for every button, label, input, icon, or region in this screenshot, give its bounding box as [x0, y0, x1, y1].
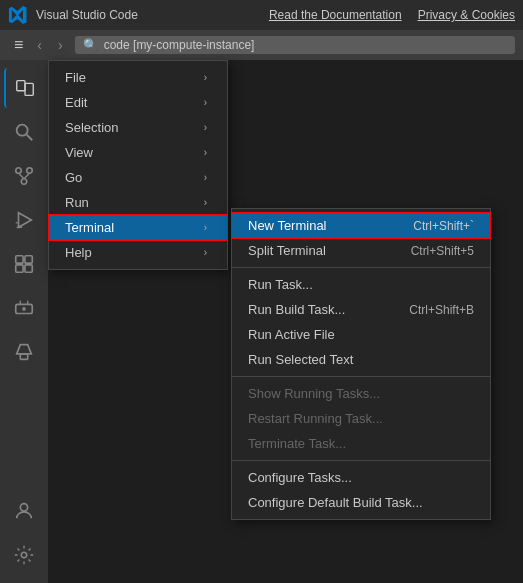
submenu-item-run-active-file[interactable]: Run Active File — [232, 322, 490, 347]
svg-line-7 — [19, 173, 25, 179]
extensions-icon — [13, 253, 35, 275]
run-active-file-label: Run Active File — [248, 327, 335, 342]
run-task-label: Run Task... — [248, 277, 313, 292]
menu-item-terminal-label: Terminal — [65, 220, 114, 235]
submenu-item-configure-tasks[interactable]: Configure Tasks... — [232, 465, 490, 490]
svg-marker-9 — [19, 213, 32, 228]
menu-item-help[interactable]: Help › — [49, 240, 227, 265]
menu-item-go-label: Go — [65, 170, 82, 185]
source-control-icon — [13, 165, 35, 187]
nav-back-button[interactable]: ‹ — [33, 35, 46, 55]
terminal-submenu: New Terminal Ctrl+Shift+` Split Terminal… — [231, 208, 491, 520]
svg-point-2 — [17, 125, 28, 136]
title-bar: Visual Studio Code Read the Documentatio… — [0, 0, 523, 30]
new-terminal-shortcut: Ctrl+Shift+` — [413, 219, 474, 233]
search-text: code [my-compute-instance] — [104, 38, 255, 52]
sidebar-icon-remote[interactable] — [4, 288, 44, 328]
run-build-task-label: Run Build Task... — [248, 302, 345, 317]
submenu-item-restart-running-task: Restart Running Task... — [232, 406, 490, 431]
svg-point-5 — [27, 168, 33, 174]
svg-point-19 — [22, 307, 26, 311]
submenu-item-run-task[interactable]: Run Task... — [232, 272, 490, 297]
svg-rect-14 — [16, 265, 23, 272]
accounts-icon — [13, 500, 35, 522]
chevron-right-icon: › — [204, 172, 207, 183]
submenu-item-new-terminal[interactable]: New Terminal Ctrl+Shift+` — [232, 213, 490, 238]
chevron-right-icon: › — [204, 247, 207, 258]
menu-item-selection-label: Selection — [65, 120, 118, 135]
menu-item-view[interactable]: View › — [49, 140, 227, 165]
svg-point-21 — [20, 504, 27, 511]
settings-icon — [13, 544, 35, 566]
run-selected-text-label: Run Selected Text — [248, 352, 353, 367]
chevron-right-icon: › — [204, 197, 207, 208]
configure-default-build-task-label: Configure Default Build Task... — [248, 495, 423, 510]
sidebar-icon-run[interactable] — [4, 200, 44, 240]
sidebar-icon-source-control[interactable] — [4, 156, 44, 196]
menu-bar: ≡ ‹ › 🔍 code [my-compute-instance] — [0, 30, 523, 60]
privacy-link[interactable]: Privacy & Cookies — [418, 8, 515, 22]
submenu-item-show-running-tasks: Show Running Tasks... — [232, 381, 490, 406]
sidebar-icon-explorer[interactable] — [4, 68, 44, 108]
search-box[interactable]: 🔍 code [my-compute-instance] — [75, 36, 515, 54]
new-terminal-label: New Terminal — [248, 218, 327, 233]
submenu-item-configure-default-build-task[interactable]: Configure Default Build Task... — [232, 490, 490, 515]
split-terminal-label: Split Terminal — [248, 243, 326, 258]
run-build-task-shortcut: Ctrl+Shift+B — [409, 303, 474, 317]
svg-rect-13 — [25, 256, 32, 263]
run-icon — [13, 209, 35, 231]
svg-point-4 — [16, 168, 22, 174]
menu-item-selection[interactable]: Selection › — [49, 115, 227, 140]
vscode-logo-icon — [8, 5, 28, 25]
submenu-item-split-terminal[interactable]: Split Terminal Ctrl+Shift+5 — [232, 238, 490, 263]
terminate-task-label: Terminate Task... — [248, 436, 346, 451]
menu-item-go[interactable]: Go › — [49, 165, 227, 190]
sidebar-icon-search[interactable] — [4, 112, 44, 152]
hamburger-button[interactable]: ≡ — [8, 33, 29, 57]
submenu-separator-2 — [232, 376, 490, 377]
nav-forward-button[interactable]: › — [54, 35, 67, 55]
menu-item-run[interactable]: Run › — [49, 190, 227, 215]
restart-running-task-label: Restart Running Task... — [248, 411, 383, 426]
configure-tasks-label: Configure Tasks... — [248, 470, 352, 485]
svg-rect-15 — [25, 265, 32, 272]
svg-rect-12 — [16, 256, 23, 263]
submenu-item-terminate-task: Terminate Task... — [232, 431, 490, 456]
svg-point-6 — [21, 179, 27, 185]
menu-item-terminal[interactable]: Terminal › — [49, 215, 227, 240]
address-bar: ‹ › 🔍 code [my-compute-instance] — [33, 35, 515, 55]
menu-item-file[interactable]: File › — [49, 65, 227, 90]
split-terminal-shortcut: Ctrl+Shift+5 — [411, 244, 474, 258]
explorer-icon — [14, 77, 36, 99]
submenu-item-run-selected-text[interactable]: Run Selected Text — [232, 347, 490, 372]
svg-rect-0 — [17, 81, 25, 91]
menu-item-help-label: Help — [65, 245, 92, 260]
search-icon — [13, 121, 35, 143]
menu-item-file-label: File — [65, 70, 86, 85]
submenu-separator-3 — [232, 460, 490, 461]
main-layout: File › Edit › Selection › View › Go › — [0, 60, 523, 583]
test-icon — [13, 341, 35, 363]
svg-point-22 — [21, 552, 27, 558]
read-docs-link[interactable]: Read the Documentation — [269, 8, 402, 22]
menu-item-edit[interactable]: Edit › — [49, 90, 227, 115]
sidebar-icon-accounts[interactable] — [4, 491, 44, 531]
chevron-right-icon: › — [204, 222, 207, 233]
primary-menu: File › Edit › Selection › View › Go › — [48, 60, 228, 270]
content-area: File › Edit › Selection › View › Go › — [48, 60, 523, 583]
svg-rect-1 — [25, 83, 33, 95]
search-icon: 🔍 — [83, 38, 98, 52]
menu-overlay: File › Edit › Selection › View › Go › — [48, 60, 523, 583]
svg-rect-20 — [20, 354, 27, 360]
menu-item-view-label: View — [65, 145, 93, 160]
svg-line-8 — [24, 173, 30, 179]
sidebar-icon-test[interactable] — [4, 332, 44, 372]
chevron-right-icon: › — [204, 72, 207, 83]
chevron-right-icon: › — [204, 122, 207, 133]
sidebar-icon-settings[interactable] — [4, 535, 44, 575]
submenu-item-run-build-task[interactable]: Run Build Task... Ctrl+Shift+B — [232, 297, 490, 322]
sidebar-icon-extensions[interactable] — [4, 244, 44, 284]
sidebar — [0, 60, 48, 583]
remote-icon — [13, 297, 35, 319]
submenu-separator-1 — [232, 267, 490, 268]
